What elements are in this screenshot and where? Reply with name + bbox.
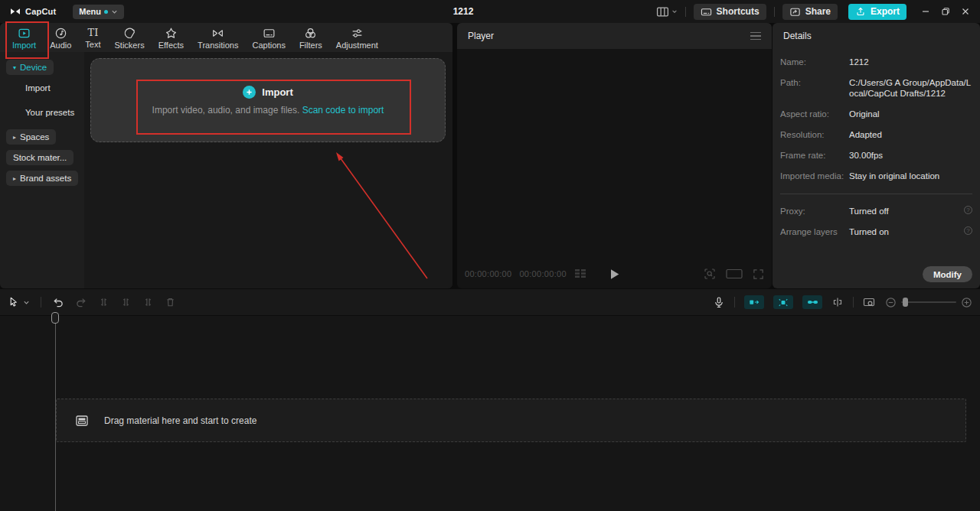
tab-filters[interactable]: Filters [292,25,329,51]
zoom-slider-track[interactable] [901,301,956,303]
sidebar-item-your-presets[interactable]: Your presets [6,105,81,120]
record-voiceover-button[interactable] [713,296,725,309]
timeline-empty-text: Drag material here and start to create [104,415,256,426]
close-icon [961,7,970,16]
layout-panels-icon[interactable] [656,5,678,18]
proxy-label: Proxy: [780,206,849,216]
share-button[interactable]: Share [782,4,838,20]
shortcuts-button[interactable]: Shortcuts [694,4,766,20]
auto-snap-toggle[interactable] [773,295,793,309]
player-controls: 00:00:00:00 00:00:00:00 [457,266,772,282]
export-icon [855,6,866,17]
preview-quality-button[interactable] [863,297,876,308]
share-label: Share [805,6,831,17]
zoom-slider-knob[interactable] [903,298,908,307]
zoom-out-button[interactable] [885,297,897,308]
detail-value: Adapted [849,129,972,140]
sidebar-item-spaces[interactable]: ▸ Spaces [6,129,56,145]
tab-import-label: Import [12,41,36,50]
tab-text-label: Text [85,40,100,49]
select-tool-button[interactable] [8,296,30,308]
import-dropzone[interactable]: Import Import video, audio, and image fi… [90,58,446,142]
redo-button[interactable] [75,296,87,308]
media-clip-icon [76,415,88,426]
zoom-in-button[interactable] [961,297,972,308]
menu-button[interactable]: Menu [73,5,124,19]
close-button[interactable] [956,2,975,21]
tab-adjustment[interactable]: Adjustment [329,25,385,51]
audio-tab-icon [54,27,67,40]
player-menu-icon[interactable] [750,32,761,41]
details-title: Details [783,31,812,41]
player-title: Player [468,31,494,41]
delete-left-button[interactable] [120,296,132,308]
total-time: 00:00:00:00 [519,269,566,278]
delete-right-button[interactable] [142,296,154,308]
detail-label: Frame rate: [780,150,849,161]
effects-tab-icon [165,27,178,40]
tab-effects[interactable]: Effects [152,25,191,51]
sidebar-item-spaces-label: Spaces [20,132,49,142]
minimize-button[interactable] [916,2,936,21]
triangle-right-icon: ▸ [13,175,16,182]
delete-button[interactable] [165,296,176,308]
undo-button[interactable] [52,296,64,308]
sidebar-item-stock-material-label: Stock mater... [13,153,67,162]
detail-row-arrange-layers: Arrange layers Turned on ? [780,226,972,237]
scan-code-link[interactable]: Scan code to import [302,105,384,116]
tab-captions[interactable]: Captions [245,25,292,51]
capcut-logo: CapCut [9,5,56,18]
zoom-fit-button[interactable] [704,268,716,280]
tab-import[interactable]: Import [5,25,43,51]
tab-transitions-label: Transitions [198,41,238,50]
media-content-area: Import Import video, audio, and image fi… [84,52,452,288]
proxy-value: Turned off [849,206,962,216]
trash-icon [165,296,176,308]
menu-label: Menu [79,7,101,16]
detail-label: Resolution: [780,129,849,140]
playhead-handle[interactable] [51,312,59,324]
details-divider [780,194,972,194]
fullscreen-button[interactable] [753,269,764,280]
modify-button[interactable]: Modify [923,266,972,282]
sidebar-item-import[interactable]: Import [6,80,57,96]
player-panel: Player 00:00:00:00 00:00:00:00 [457,23,772,288]
link-clips-toggle[interactable] [802,295,822,309]
tab-stickers[interactable]: Stickers [108,25,152,51]
shortcuts-label: Shortcuts [717,6,760,17]
help-icon: ? [964,206,972,214]
main-track-magnet-toggle[interactable] [744,295,764,309]
timeline-area[interactable]: Drag material here and start to create [0,316,980,511]
details-panel: Details Name: 1212 Path: C:/Users/G A Gr… [773,23,980,288]
play-icon [609,269,619,280]
media-sidebar: ▾ Device Import Your presets ▸ Spaces St… [0,52,84,288]
cursor-icon [8,296,19,308]
current-time: 00:00:00:00 [465,269,511,278]
chevron-down-icon [23,299,30,306]
stickers-tab-icon [123,27,136,40]
sidebar-item-stock-material[interactable]: Stock mater... [6,150,74,165]
aspect-ratio-button[interactable] [726,269,743,279]
tab-audio[interactable]: Audio [43,25,78,51]
sidebar-item-brand-assets[interactable]: ▸ Brand assets [6,171,78,186]
tab-captions-label: Captions [252,41,285,50]
restore-button[interactable] [936,2,956,21]
export-button[interactable]: Export [848,4,906,20]
play-button[interactable] [609,269,619,280]
tab-transitions[interactable]: Transitions [191,25,245,51]
split-button[interactable] [98,296,109,308]
arrange-layers-help[interactable]: ? [962,226,972,237]
sidebar-item-device[interactable]: ▾ Device [6,60,54,75]
transitions-tab-icon [211,27,224,40]
player-header: Player [457,23,772,49]
detail-value: 1212 [849,57,972,67]
timeline-zoom-control [885,297,972,308]
media-tabs: Import Audio TI Text Stickers Effects Tr… [0,23,452,52]
timeline-drop-zone[interactable]: Drag material here and start to create [56,399,966,442]
proxy-help[interactable]: ? [962,206,972,216]
link-icon [807,298,818,306]
tab-text[interactable]: TI Text [78,25,107,50]
sidebar-item-device-label: Device [20,63,47,72]
overwrite-insert-button[interactable] [831,296,844,308]
minimize-icon [921,7,930,16]
